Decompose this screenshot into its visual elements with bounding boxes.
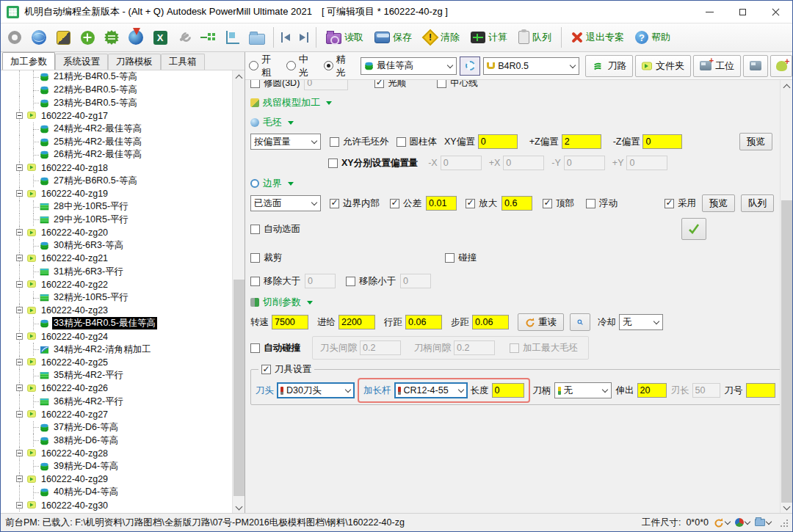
expander-minus-icon[interactable]: [16, 112, 23, 119]
tool-select[interactable]: B4R0.5: [483, 57, 579, 75]
tree-item[interactable]: 160222-40-zg25: [1, 356, 232, 369]
tool-settings-checkbox[interactable]: ✓: [261, 365, 271, 374]
centerline-checkbox[interactable]: ✓: [437, 80, 446, 88]
station-button[interactable]: 工位: [693, 55, 741, 77]
remove-gt-input[interactable]: [305, 274, 336, 288]
expander-minus-icon[interactable]: [16, 385, 23, 391]
allow-outside-checkbox[interactable]: ✓: [330, 137, 339, 147]
radio-roughing[interactable]: [249, 61, 258, 70]
wrench-icon[interactable]: [175, 28, 194, 47]
tab-toolbox[interactable]: 工具箱: [161, 54, 205, 70]
section-residual-model[interactable]: 残留模型加工: [250, 96, 780, 109]
parameters-scrollbar[interactable]: [780, 80, 792, 513]
expander-minus-icon[interactable]: [16, 255, 23, 261]
help-button[interactable]: ? 帮助: [632, 29, 673, 45]
xy-separate-checkbox[interactable]: ✓: [328, 158, 338, 168]
tool-no-input[interactable]: [746, 383, 775, 398]
boundary-preview-button[interactable]: 预览: [702, 194, 735, 212]
tolerance-input[interactable]: [426, 196, 457, 211]
top-checkbox[interactable]: ✓: [543, 199, 552, 208]
reread-button[interactable]: 重读: [518, 313, 564, 331]
tree-item[interactable]: 160222-40-zg21: [1, 252, 232, 266]
boundary-queue-button[interactable]: 队列: [741, 194, 774, 212]
holder-select[interactable]: 无: [554, 382, 612, 398]
blank-mode-select[interactable]: 按偏置量: [250, 134, 321, 150]
scroll-down-icon[interactable]: [781, 501, 793, 513]
pz-offset-input[interactable]: [562, 134, 601, 149]
auto-face-checkbox[interactable]: ✓: [250, 225, 260, 234]
collide-checkbox[interactable]: ✓: [445, 253, 455, 263]
tree-item[interactable]: 32精光-10R5-平行: [1, 291, 232, 305]
tree-item[interactable]: 35精光-4R2-平行: [1, 369, 232, 382]
pos-x-input[interactable]: [503, 156, 544, 170]
tree-item[interactable]: 160222-40-zg17: [1, 109, 232, 123]
tree-item[interactable]: 160222-40-zg19: [1, 187, 232, 200]
tree-item[interactable]: 160222-40-zg26: [1, 382, 232, 396]
neg-y-input[interactable]: [564, 156, 605, 170]
confirm-check-button[interactable]: [681, 218, 706, 240]
tree-item[interactable]: 39精光-D4-等高: [1, 460, 232, 473]
nav-last-icon[interactable]: [297, 32, 309, 43]
calculate-button[interactable]: 计算: [468, 29, 510, 45]
status-undo-dropdown[interactable]: [714, 517, 730, 528]
tree-scrollbar[interactable]: [232, 70, 245, 513]
powermill-sphere-icon[interactable]: [126, 28, 145, 47]
auto-collision-checkbox[interactable]: ✓: [250, 343, 260, 353]
tree-item[interactable]: 160222-40-zg30: [1, 499, 232, 512]
boundary-ring-button[interactable]: [460, 57, 480, 76]
expander-minus-icon[interactable]: [16, 190, 23, 197]
expander-minus-icon[interactable]: [16, 411, 23, 418]
neg-x-input[interactable]: [441, 156, 482, 170]
blank-preview-button[interactable]: 预览: [739, 133, 772, 150]
tree-item[interactable]: 160222-40-zg24: [1, 330, 232, 343]
close-button[interactable]: [759, 1, 792, 23]
expander-minus-icon[interactable]: [16, 281, 23, 288]
tree-item[interactable]: 160222-40-zg27: [1, 408, 232, 421]
minimize-button[interactable]: [693, 1, 726, 23]
radio-finish[interactable]: [324, 61, 333, 70]
tree-item[interactable]: 38精光-D6-等高: [1, 434, 232, 447]
overhang-input[interactable]: [637, 383, 667, 398]
apply-checkbox[interactable]: ✓: [665, 199, 674, 208]
globe-icon[interactable]: [29, 28, 48, 47]
tree-item[interactable]: 23精光-B4R0.5-等高: [1, 96, 232, 109]
remove-lt-input[interactable]: [400, 274, 431, 288]
tree-item[interactable]: 36精光-4R2-平行: [1, 395, 232, 408]
maximize-button[interactable]: [726, 1, 759, 23]
expander-minus-icon[interactable]: [16, 164, 23, 171]
mold-icon[interactable]: [54, 28, 73, 47]
tab-machining-params[interactable]: 加工参数: [2, 52, 55, 70]
machine-icon-button[interactable]: [743, 55, 768, 77]
toolpath-button[interactable]: 刀路: [585, 55, 633, 77]
exit-project-button[interactable]: 退出专案: [568, 29, 627, 45]
length-input[interactable]: [492, 383, 524, 398]
tree-item[interactable]: 160222-40-zg20: [1, 226, 232, 239]
expander-minus-icon[interactable]: [16, 450, 23, 456]
badge-gear-icon[interactable]: [102, 28, 121, 47]
insert-blocks-icon[interactable]: [199, 28, 218, 47]
nav-first-icon[interactable]: [280, 32, 292, 43]
tree-item[interactable]: 24精光-4R2-最佳等高: [1, 123, 232, 136]
float-checkbox[interactable]: ✓: [586, 199, 595, 208]
tab-toolpath-template[interactable]: 刀路模板: [108, 54, 161, 70]
add-hand-button[interactable]: [770, 55, 792, 77]
pos-y-input[interactable]: [626, 156, 667, 170]
resize-grip[interactable]: [779, 518, 788, 527]
section-blank[interactable]: 毛坯: [250, 116, 780, 129]
tree-item[interactable]: 30精光-6R3-等高: [1, 239, 232, 252]
expander-minus-icon[interactable]: [16, 333, 23, 340]
scroll-up-icon[interactable]: [781, 80, 793, 92]
remove-gt-checkbox[interactable]: ✓: [250, 277, 260, 286]
expander-minus-icon[interactable]: [16, 475, 23, 482]
section-boundary[interactable]: 边界: [250, 177, 780, 190]
clear-button[interactable]: 清除: [420, 29, 463, 46]
coolant-select[interactable]: 无: [619, 314, 663, 330]
extension-select[interactable]: CR12-4-55: [394, 382, 468, 398]
max-blank-checkbox[interactable]: ✓: [510, 343, 519, 353]
radio-semifinish[interactable]: [286, 61, 296, 70]
read-button[interactable]: 读取: [323, 29, 366, 45]
tool-head-select[interactable]: D30刀头: [277, 382, 355, 398]
tree-item[interactable]: 160222-40-zg22: [1, 278, 232, 291]
stepdown-input[interactable]: [472, 315, 509, 329]
tree-item[interactable]: 21精光-B4R0.5-等高: [1, 70, 232, 84]
